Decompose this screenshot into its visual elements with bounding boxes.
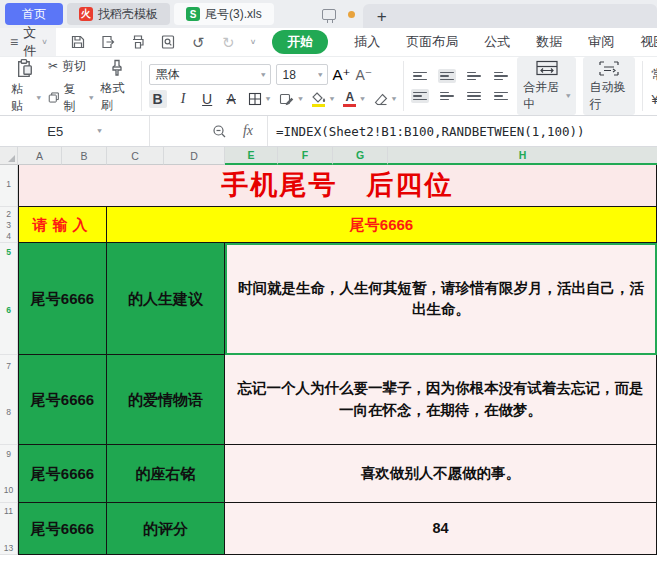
tail-cell[interactable]: 尾号6666 [18,243,107,355]
font-color-button[interactable]: A ▾ [343,91,365,107]
caret-down-icon: ▾ [392,95,397,103]
column-header-b[interactable]: B [62,147,107,165]
cell-style-button[interactable]: ▾ [279,92,303,106]
window-tab-bar: 首页 火 找稻壳模板 S 尾号(3).xls + [0,0,657,28]
align-left-icon[interactable] [411,89,429,103]
column-header-d[interactable]: D [164,147,225,165]
caret-down-icon: ▾ [360,95,365,103]
cell-reference: E5 [47,124,63,139]
clipboard-group: 粘贴▾ ✂ 剪切 复制 ▾ 格式刷 [4,61,142,111]
copy-label: 复制 [64,81,85,115]
ribbon-tab-review[interactable]: 审阅 [588,33,614,51]
category-cell[interactable]: 的座右铭 [107,445,225,503]
distributed-align-icon[interactable] [492,89,510,103]
content-cell[interactable]: 忘记一个人为什么要一辈子，因为你根本没有试着去忘记，而是一向在怀念，在期待，在做… [225,355,657,445]
redo-icon[interactable]: ↻ [220,34,237,51]
clear-format-button[interactable]: ▾ [374,93,397,106]
row-header-5-6[interactable]: 5 6 [0,243,18,355]
save-icon[interactable] [70,34,87,51]
print-preview-icon[interactable] [160,34,177,51]
tab-docer[interactable]: 火 找稻壳模板 [67,3,170,25]
name-box[interactable]: E5 ▾ [0,116,150,146]
increase-indent-icon[interactable] [492,69,510,83]
align-middle-icon[interactable] [438,69,456,83]
column-header-h[interactable]: H [388,147,657,165]
align-justify-icon[interactable] [465,89,483,103]
category-cell[interactable]: 的爱情物语 [107,355,225,445]
file-menu-button[interactable]: ≡ 文件 ∨ [0,28,56,56]
tab-document-label: 尾号(3).xls [205,6,262,23]
column-headers: A B C D E F G H [0,147,657,165]
font-size-select[interactable]: 18 ▾ [276,64,328,85]
print-icon[interactable] [130,34,147,51]
ribbon-tab-insert[interactable]: 插入 [354,33,380,51]
increase-font-button[interactable]: A⁺ [333,67,351,82]
customize-toolbar-chevron-icon[interactable]: ∨ [250,38,257,46]
underline-button[interactable]: U [200,92,215,106]
input-value-cell[interactable]: 尾号6666 [107,207,657,243]
ribbon-tab-home[interactable]: 开始 [272,30,328,54]
paste-label: 粘贴 [11,81,32,115]
category-cell[interactable]: 的人生建议 [107,243,225,355]
select-all-corner[interactable] [0,147,18,165]
column-header-e[interactable]: E [225,147,278,165]
ribbon-tab-data[interactable]: 数据 [536,33,562,51]
content-cell[interactable]: 喜欢做别人不愿做的事。 [225,445,657,503]
title-cell[interactable]: 手机尾号 后四位 [18,165,657,207]
wps-spreadsheet-icon: S [186,7,200,21]
content-cell[interactable]: 84 [225,503,657,555]
number-format-partial-label[interactable]: 常 [651,66,657,84]
column-header-f[interactable]: F [278,147,333,165]
content-cell-selected[interactable]: 时间就是生命，人生何其短暂，请珍惜有限岁月，活出自己，活出生命。 [225,243,657,355]
formula-input[interactable]: =INDEX(Sheet2!B1:B100,RANDBETWEEN(1,100)… [268,116,657,146]
ribbon-tab-view[interactable]: 视图 [640,33,657,51]
cut-button[interactable]: ✂ 剪切 [48,58,94,75]
font-size-value: 18 [283,68,296,82]
fill-color-button[interactable]: ▾ [312,92,335,107]
column-header-g[interactable]: G [333,147,388,165]
ribbon-tab-formulas[interactable]: 公式 [484,33,510,51]
tail-cell[interactable]: 尾号6666 [18,445,107,503]
copy-button[interactable]: 复制 ▾ [48,81,94,115]
tab-home[interactable]: 首页 [5,3,63,25]
currency-partial-icon[interactable]: ¥ [651,92,657,107]
tail-cell[interactable]: 尾号6666 [18,503,107,555]
monitor-icon[interactable] [322,9,336,20]
row-header-2-4[interactable]: 2 3 4 [0,207,18,243]
paste-button[interactable]: 粘贴▾ [11,57,41,115]
decrease-indent-icon[interactable] [465,69,483,83]
row-header-7-8[interactable]: 7 8 [0,355,18,445]
column-header-a[interactable]: A [18,147,62,165]
tail-cell[interactable]: 尾号6666 [18,355,107,445]
italic-button[interactable]: I [176,92,191,106]
wrap-text-button[interactable]: 自动换行 [583,57,635,115]
column-header-c[interactable]: C [107,147,164,165]
decrease-font-button[interactable]: A⁻ [355,68,372,82]
category-cell[interactable]: 的评分 [107,503,225,555]
align-center-icon[interactable] [438,89,456,103]
magnifier-icon[interactable] [212,124,227,139]
new-tab-button[interactable]: + [363,8,401,25]
ribbon-tab-page-layout[interactable]: 页面布局 [406,33,458,51]
row-header-1[interactable]: 1 [0,165,18,207]
docer-flame-icon: 火 [79,7,93,21]
bold-button[interactable]: B [149,90,167,108]
borders-button[interactable]: ▾ [248,92,271,106]
merge-center-button[interactable]: 合并居中▾ [517,57,576,115]
font-name-select[interactable]: 黑体 ▾ [149,64,271,85]
undo-icon[interactable]: ↺ [190,34,207,51]
cut-label: 剪切 [62,58,86,75]
export-icon[interactable] [100,34,117,51]
row-header-11-13[interactable]: 11 13 [0,503,18,555]
insert-function-icon[interactable]: fx [243,123,253,139]
tab-strip: + [363,4,657,28]
clipboard-icon [15,57,36,79]
format-painter-button[interactable]: 格式刷 [100,58,133,114]
tab-document[interactable]: S 尾号(3).xls [174,3,274,25]
input-label-cell[interactable]: 请输入 [18,207,107,243]
align-top-icon[interactable] [411,69,429,83]
strikethrough-button[interactable]: A [224,92,239,106]
caret-down-icon: ▾ [318,71,323,79]
row-header-9-10[interactable]: 9 10 [0,445,18,503]
wrap-text-label: 自动换行 [589,79,629,113]
